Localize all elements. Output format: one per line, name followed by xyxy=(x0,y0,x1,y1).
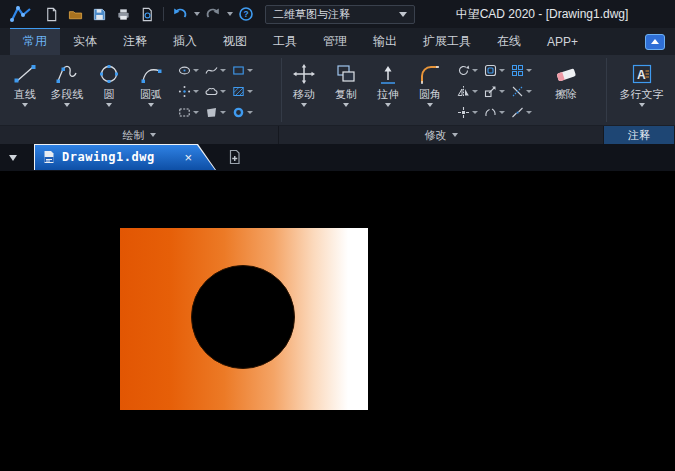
dropdown-caret-icon[interactable] xyxy=(220,69,226,72)
dropdown-caret-icon[interactable] xyxy=(220,90,226,93)
revision-cloud-tool-button[interactable] xyxy=(205,81,232,102)
file-tab-active[interactable]: Drawing1.dwg × xyxy=(34,144,216,170)
join-tool-button[interactable] xyxy=(511,102,538,123)
scale-tool-button[interactable] xyxy=(484,81,511,102)
line-tool-button[interactable]: 直线 xyxy=(4,58,46,122)
break-tool-button[interactable] xyxy=(484,102,511,123)
dropdown-caret-icon[interactable] xyxy=(148,103,154,107)
annotate-panel-label[interactable]: 注释 xyxy=(604,126,675,144)
redo-button[interactable] xyxy=(202,3,224,25)
dropdown-caret-icon[interactable] xyxy=(526,111,532,114)
draw-panel: 直线 多段线 xyxy=(4,55,280,125)
dropdown-caret-icon[interactable] xyxy=(247,90,253,93)
help-button[interactable]: ? xyxy=(235,3,257,25)
tab-annotate[interactable]: 注释 xyxy=(110,28,160,55)
tab-manage[interactable]: 管理 xyxy=(310,28,360,55)
tab-online[interactable]: 在线 xyxy=(484,28,534,55)
point-tool-button[interactable] xyxy=(178,81,205,102)
panel-flyout-caret-icon[interactable] xyxy=(452,133,458,137)
tab-home[interactable]: 常用 xyxy=(10,28,60,55)
plot-preview-button[interactable] xyxy=(136,3,158,25)
save-button[interactable] xyxy=(88,3,110,25)
ribbon-tab-bar: 常用 实体 注释 插入 视图 工具 管理 输出 扩展工具 在线 APP+ xyxy=(0,28,675,55)
stretch-tool-button[interactable]: 拉伸 xyxy=(367,58,409,122)
mtext-tool-button[interactable]: A 多行文字 xyxy=(614,58,670,122)
app-logo-icon[interactable] xyxy=(8,3,34,25)
dropdown-caret-icon[interactable] xyxy=(526,69,532,72)
explode-tool-button[interactable] xyxy=(457,102,484,123)
polyline-tool-button[interactable]: 多段线 xyxy=(46,58,88,122)
dropdown-caret-icon[interactable] xyxy=(343,103,349,107)
dropdown-caret-icon[interactable] xyxy=(472,69,478,72)
offset-tool-button[interactable] xyxy=(484,60,511,81)
workspace-label: 二维草图与注释 xyxy=(273,7,350,22)
new-file-button[interactable] xyxy=(40,3,62,25)
erase-tool-button[interactable]: 擦除 xyxy=(542,58,590,122)
undo-button[interactable] xyxy=(169,3,191,25)
move-icon xyxy=(292,60,316,88)
dropdown-caret-icon[interactable] xyxy=(247,69,253,72)
draw-panel-label[interactable]: 绘制 xyxy=(0,126,279,144)
chevron-up-icon xyxy=(651,39,659,44)
close-tab-button[interactable]: × xyxy=(184,151,192,164)
tab-solid[interactable]: 实体 xyxy=(60,28,110,55)
wipeout-tool-button[interactable] xyxy=(205,102,232,123)
construction-line-tool-button[interactable] xyxy=(178,102,205,123)
hatch-tool-button[interactable] xyxy=(232,81,259,102)
ellipse-tool-button[interactable] xyxy=(178,60,205,81)
dropdown-caret-icon[interactable] xyxy=(472,90,478,93)
trim-tool-button[interactable] xyxy=(511,81,538,102)
ribbon-collapse-button[interactable] xyxy=(645,34,665,50)
explode-icon xyxy=(457,106,470,119)
dropdown-caret-icon[interactable] xyxy=(220,111,226,114)
drawing-canvas[interactable] xyxy=(0,171,675,471)
dropdown-caret-icon[interactable] xyxy=(499,90,505,93)
modify-mini-grid xyxy=(457,58,538,123)
copy-tool-button[interactable]: 复制 xyxy=(325,58,367,122)
fillet-tool-button[interactable]: 圆角 xyxy=(409,58,451,122)
tab-app-plus[interactable]: APP+ xyxy=(534,28,591,55)
dropdown-caret-icon[interactable] xyxy=(385,103,391,107)
rectangle-tool-button[interactable] xyxy=(232,60,259,81)
dropdown-caret-icon[interactable] xyxy=(301,103,307,107)
dropdown-caret-icon[interactable] xyxy=(193,111,199,114)
dropdown-caret-icon[interactable] xyxy=(427,103,433,107)
save-icon xyxy=(92,7,107,22)
move-tool-label: 移动 xyxy=(293,88,315,101)
open-file-button[interactable] xyxy=(64,3,86,25)
undo-dropdown-caret-icon[interactable] xyxy=(194,12,200,16)
file-tab-menu-button[interactable] xyxy=(0,144,26,171)
move-tool-button[interactable]: 移动 xyxy=(283,58,325,122)
dropdown-caret-icon[interactable] xyxy=(193,90,199,93)
dropdown-caret-icon[interactable] xyxy=(22,103,28,107)
circle-tool-button[interactable]: 圆 xyxy=(88,58,130,122)
modify-panel-label[interactable]: 修改 xyxy=(279,126,604,144)
dropdown-caret-icon[interactable] xyxy=(472,111,478,114)
rotate-tool-button[interactable] xyxy=(457,60,484,81)
dropdown-caret-icon[interactable] xyxy=(499,111,505,114)
print-button[interactable] xyxy=(112,3,134,25)
dropdown-caret-icon[interactable] xyxy=(193,69,199,72)
black-circle[interactable] xyxy=(191,265,295,369)
dropdown-caret-icon[interactable] xyxy=(499,69,505,72)
redo-dropdown-caret-icon[interactable] xyxy=(227,12,233,16)
panel-flyout-caret-icon[interactable] xyxy=(150,133,156,137)
dropdown-caret-icon[interactable] xyxy=(639,103,645,107)
arc-tool-button[interactable]: 圆弧 xyxy=(130,58,172,122)
tab-express-tools[interactable]: 扩展工具 xyxy=(410,28,484,55)
mirror-tool-button[interactable] xyxy=(457,81,484,102)
tab-insert[interactable]: 插入 xyxy=(160,28,210,55)
tab-output[interactable]: 输出 xyxy=(360,28,410,55)
tab-tools[interactable]: 工具 xyxy=(260,28,310,55)
hatch-icon xyxy=(232,85,245,98)
workspace-selector[interactable]: 二维草图与注释 xyxy=(265,5,415,24)
dropdown-caret-icon[interactable] xyxy=(247,111,253,114)
dropdown-caret-icon[interactable] xyxy=(64,103,70,107)
dropdown-caret-icon[interactable] xyxy=(106,103,112,107)
tab-view[interactable]: 视图 xyxy=(210,28,260,55)
spline-tool-button[interactable] xyxy=(205,60,232,81)
array-tool-button[interactable] xyxy=(511,60,538,81)
donut-tool-button[interactable] xyxy=(232,102,259,123)
dropdown-caret-icon[interactable] xyxy=(526,90,532,93)
new-tab-button[interactable] xyxy=(222,145,248,169)
